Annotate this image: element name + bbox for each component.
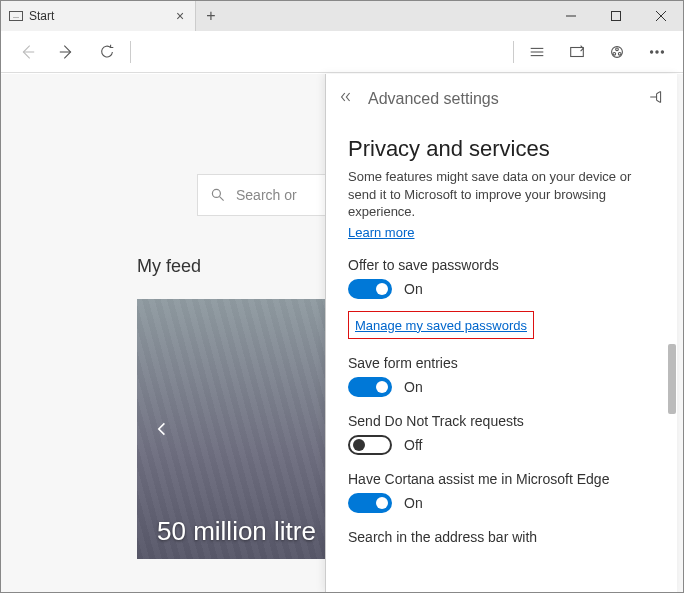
- pin-button[interactable]: [647, 89, 663, 109]
- forward-button[interactable]: [47, 32, 87, 72]
- toggle-cortana[interactable]: [348, 493, 392, 513]
- panel-title: Advanced settings: [368, 90, 499, 108]
- panel-body[interactable]: Privacy and services Some features might…: [326, 124, 677, 592]
- svg-rect-1: [611, 12, 620, 21]
- manage-passwords-link[interactable]: Manage my saved passwords: [355, 318, 527, 333]
- toggle-state: Off: [404, 437, 422, 453]
- back-button[interactable]: [7, 32, 47, 72]
- highlight-annotation: Manage my saved passwords: [348, 311, 534, 339]
- setting-save-passwords: Offer to save passwords On: [348, 257, 655, 299]
- learn-more-link[interactable]: Learn more: [348, 225, 414, 240]
- maximize-button[interactable]: [593, 1, 638, 31]
- separator: [130, 41, 131, 63]
- scrollbar-thumb[interactable]: [668, 344, 676, 414]
- setting-dnt: Send Do Not Track requests Off: [348, 413, 655, 455]
- reading-view-button[interactable]: [517, 32, 557, 72]
- panel-header: Advanced settings: [326, 74, 677, 124]
- search-icon: [210, 187, 226, 203]
- share-button[interactable]: [597, 32, 637, 72]
- close-window-button[interactable]: [638, 1, 683, 31]
- toggle-dnt[interactable]: [348, 435, 392, 455]
- setting-cortana: Have Cortana assist me in Microsoft Edge…: [348, 471, 655, 513]
- setting-label: Send Do Not Track requests: [348, 413, 655, 429]
- svg-point-15: [656, 50, 658, 52]
- setting-label: Search in the address bar with: [348, 529, 655, 545]
- svg-point-14: [650, 50, 652, 52]
- close-tab-button[interactable]: ×: [173, 8, 187, 24]
- svg-point-17: [212, 189, 220, 197]
- toggle-save-passwords[interactable]: [348, 279, 392, 299]
- setting-label: Save form entries: [348, 355, 655, 371]
- settings-panel: Advanced settings Privacy and services S…: [325, 74, 677, 592]
- toggle-form-entries[interactable]: [348, 377, 392, 397]
- refresh-button[interactable]: [87, 32, 127, 72]
- tab-title: Start: [29, 9, 173, 23]
- setting-label: Offer to save passwords: [348, 257, 655, 273]
- tab-favicon: ⋯: [9, 11, 23, 21]
- notes-button[interactable]: [557, 32, 597, 72]
- svg-point-13: [618, 52, 621, 55]
- panel-back-button[interactable]: [340, 90, 356, 108]
- section-title: Privacy and services: [348, 136, 655, 162]
- search-placeholder: Search or: [236, 187, 297, 203]
- toggle-state: On: [404, 281, 423, 297]
- feed-caption: 50 million litre: [157, 516, 316, 547]
- svg-rect-9: [571, 47, 584, 56]
- setting-address-bar: Search in the address bar with: [348, 529, 655, 545]
- toggle-state: On: [404, 379, 423, 395]
- new-tab-button[interactable]: +: [196, 1, 226, 31]
- svg-point-11: [616, 47, 619, 50]
- titlebar: ⋯ Start × +: [1, 1, 683, 31]
- feed-prev-button[interactable]: [147, 414, 177, 444]
- svg-point-16: [661, 50, 663, 52]
- toggle-state: On: [404, 495, 423, 511]
- setting-form-entries: Save form entries On: [348, 355, 655, 397]
- separator: [513, 41, 514, 63]
- setting-label: Have Cortana assist me in Microsoft Edge: [348, 471, 655, 487]
- browser-tab[interactable]: ⋯ Start ×: [1, 1, 196, 31]
- minimize-button[interactable]: [548, 1, 593, 31]
- more-button[interactable]: [637, 32, 677, 72]
- panel-scrollbar[interactable]: [665, 124, 677, 592]
- svg-point-12: [613, 52, 616, 55]
- section-description: Some features might save data on your de…: [348, 168, 655, 221]
- toolbar: [1, 31, 683, 73]
- svg-line-18: [220, 197, 224, 201]
